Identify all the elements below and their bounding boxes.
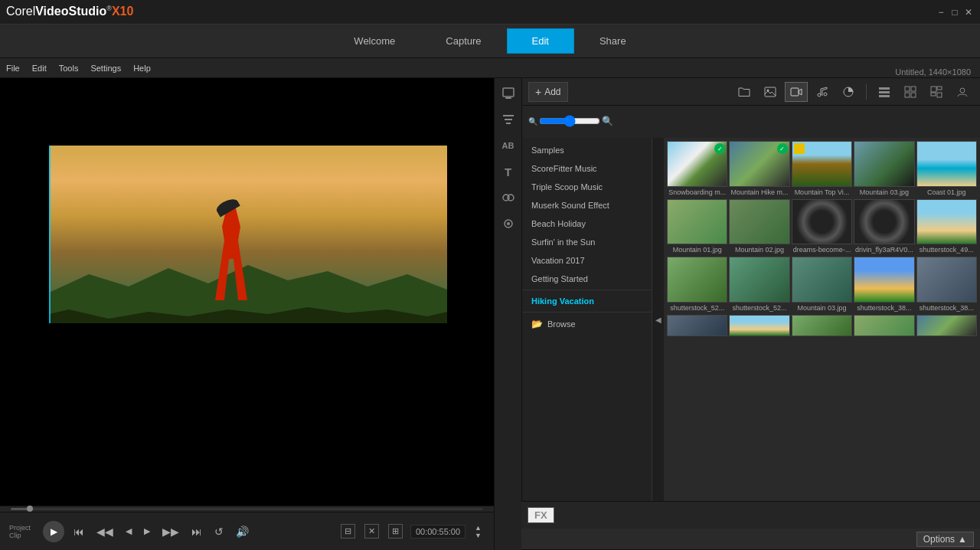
lib-video-icon[interactable] xyxy=(785,82,808,102)
playlist-separator xyxy=(522,290,652,290)
thumb-shutterstock52b[interactable]: shutterstock_52... xyxy=(729,257,789,313)
playlist-item-gettingstarted[interactable]: Getting Started xyxy=(522,270,652,288)
menu-help[interactable]: Help xyxy=(133,64,151,73)
lib-image-icon[interactable] xyxy=(759,82,782,102)
tab-welcome[interactable]: Welcome xyxy=(328,28,420,54)
browse-button[interactable]: 📂 Browse xyxy=(522,314,652,334)
thumb-coast01[interactable]: Coast 01.jpg xyxy=(916,141,977,198)
playlist-item-hikingvacation[interactable]: Hiking Vacation xyxy=(522,292,652,310)
thumb-label: shutterstock_52... xyxy=(729,303,789,313)
playback-controls: Project Clip ▶ ⏮ ◀◀ ◀ ▶ ▶▶ ⏭ ↺ 🔊 ⊟ ✕ ⊞ 0… xyxy=(0,512,494,550)
volume-button[interactable]: 🔊 xyxy=(233,524,252,539)
thumb-partial1[interactable] xyxy=(667,315,727,336)
slow-prev-button[interactable]: ◀ xyxy=(122,525,135,538)
repeat-button[interactable]: ↺ xyxy=(211,524,227,539)
thumb-shutterstock38b[interactable]: shutterstock_38... xyxy=(916,257,977,313)
yellow-indicator xyxy=(794,143,805,154)
menu-edit[interactable]: Edit xyxy=(32,64,47,73)
thumb-mountain-hike[interactable]: ✓ Mountain Hike m... xyxy=(729,141,789,198)
thumb-label: drivin_fly3aR4V0... xyxy=(854,244,914,255)
fullscreen-button[interactable]: ⊞ xyxy=(388,524,403,539)
thumb-shutterstock49[interactable]: shutterstock_49... xyxy=(916,199,977,256)
tab-share[interactable]: Share xyxy=(574,28,652,54)
maximize-btn[interactable]: □ xyxy=(949,7,960,18)
skip-end-button[interactable]: ⏭ xyxy=(188,524,205,539)
browse-icon: 📂 xyxy=(531,319,543,329)
library-toolbar: + Add xyxy=(521,78,980,138)
sidebar-filter-btn[interactable] xyxy=(496,107,521,132)
sidebar-media-btn[interactable] xyxy=(496,81,521,106)
sidebar-overlay-btn[interactable]: AB xyxy=(496,133,521,158)
zoom-slider[interactable] xyxy=(539,115,600,127)
add-media-button[interactable]: + Add xyxy=(528,82,568,102)
lib-folder-icon[interactable] xyxy=(733,82,756,102)
menu-bar: File Edit Tools Settings Help xyxy=(0,58,980,78)
playlist-item-muserk[interactable]: Muserk Sound Effect xyxy=(522,196,652,214)
video-preview xyxy=(0,78,494,506)
snapshot-button[interactable]: ✕ xyxy=(364,524,379,539)
svg-rect-16 xyxy=(879,91,890,93)
playlist-item-triplescoop[interactable]: Triple Scoop Music xyxy=(522,178,652,196)
playlist-item-surfin[interactable]: Surfin' in the Sun xyxy=(522,233,652,251)
fx-button[interactable]: FX xyxy=(528,507,554,523)
thumb-partial2[interactable] xyxy=(729,315,789,336)
lib-list-view-btn[interactable] xyxy=(873,82,896,102)
options-button[interactable]: Options ▲ xyxy=(916,532,974,547)
window-controls[interactable]: − □ ✕ xyxy=(936,7,974,18)
svg-rect-0 xyxy=(503,88,514,97)
lib-grid-view-btn[interactable] xyxy=(899,82,922,102)
slow-next-button[interactable]: ▶ xyxy=(141,525,153,538)
sidebar-transition-btn[interactable] xyxy=(496,185,521,210)
menu-file[interactable]: File xyxy=(6,64,20,73)
timecode-display: 00:00:55:00 xyxy=(410,525,466,539)
collapse-panel-button[interactable]: ◀ xyxy=(652,138,664,501)
project-title: Untitled, 1440×1080 xyxy=(895,67,971,77)
playlist-item-beachholiday[interactable]: Beach Holiday xyxy=(522,214,652,233)
zoom-out-icon: 🔍 xyxy=(528,117,537,126)
sidebar-title-btn[interactable]: T xyxy=(496,159,521,184)
close-btn[interactable]: ✕ xyxy=(963,7,974,18)
thumb-mountain03b[interactable]: Mountain 03.jpg xyxy=(792,257,852,313)
playlist-item-samples[interactable]: Samples xyxy=(522,141,652,159)
thumb-shutterstock52a[interactable]: shutterstock_52... xyxy=(667,257,727,313)
thumb-label: Coast 01.jpg xyxy=(916,187,977,198)
thumb-shutterstock38a[interactable]: shutterstock_38... xyxy=(854,257,914,313)
sidebar-tool-btn[interactable] xyxy=(496,211,521,236)
tab-capture[interactable]: Capture xyxy=(420,28,506,54)
browse-label: Browse xyxy=(547,319,576,329)
next-frame-button[interactable]: ▶▶ xyxy=(159,524,182,539)
thumb-mountain02[interactable]: Mountain 02.jpg xyxy=(729,199,789,256)
options-bar: Options ▲ xyxy=(521,529,980,550)
lib-zoom-view-btn[interactable] xyxy=(925,82,948,102)
lib-person-btn[interactable] xyxy=(951,82,974,102)
app-logo: CorelVideoStudio®X10 xyxy=(6,5,133,18)
split-button[interactable]: ⊟ xyxy=(341,524,355,539)
thumb-mountain-top[interactable]: Mountain Top Vi... xyxy=(792,141,852,198)
thumb-partial5[interactable] xyxy=(916,315,977,336)
prev-frame-button[interactable]: ◀◀ xyxy=(93,524,116,539)
tab-edit[interactable]: Edit xyxy=(507,28,574,54)
thumb-label: Snowboarding m... xyxy=(667,187,727,198)
lib-music-icon[interactable] xyxy=(811,82,834,102)
thumb-label: dreams-become-... xyxy=(792,244,852,255)
main-area: Project Clip ▶ ⏮ ◀◀ ◀ ▶ ▶▶ ⏭ ↺ 🔊 ⊟ ✕ ⊞ 0… xyxy=(0,78,980,550)
playlist-item-scorefitter[interactable]: ScoreFitter Music xyxy=(522,159,652,178)
thumb-dreams-disc[interactable]: dreams-become-... xyxy=(792,199,852,256)
svg-rect-20 xyxy=(905,93,910,97)
menu-settings[interactable]: Settings xyxy=(90,64,121,73)
menu-tools[interactable]: Tools xyxy=(59,64,79,73)
skip-start-button[interactable]: ⏮ xyxy=(70,524,87,539)
timecode-up[interactable]: ▲▼ xyxy=(472,522,485,541)
thumb-drivin-disc[interactable]: drivin_fly3aR4V0... xyxy=(854,199,914,256)
thumb-partial4[interactable] xyxy=(854,315,914,336)
play-button[interactable]: ▶ xyxy=(43,521,64,542)
minimize-btn[interactable]: − xyxy=(936,7,946,18)
thumb-snowboarding[interactable]: ✓ Snowboarding m... xyxy=(667,141,727,198)
svg-rect-9 xyxy=(765,87,776,97)
lib-color-icon[interactable] xyxy=(837,82,860,102)
thumb-label: shutterstock_52... xyxy=(667,303,727,313)
playlist-item-vacation2017[interactable]: Vacation 2017 xyxy=(522,251,652,270)
thumb-mountain03[interactable]: Mountain 03.jpg xyxy=(854,141,914,198)
thumb-mountain01[interactable]: Mountain 01.jpg xyxy=(667,199,727,256)
thumb-partial3[interactable] xyxy=(792,315,852,336)
